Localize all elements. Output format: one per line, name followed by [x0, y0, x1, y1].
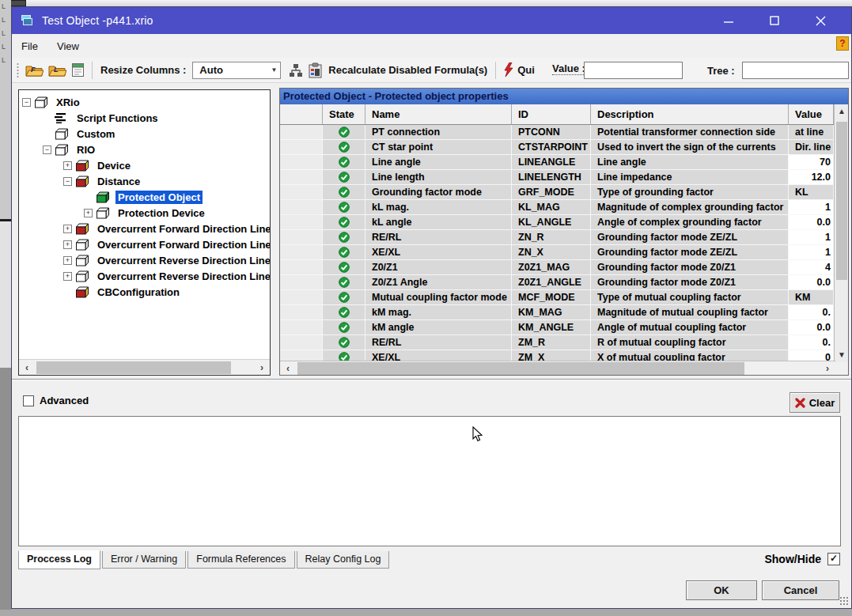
tree-item[interactable]: −Distance: [19, 173, 270, 189]
scroll-right-icon[interactable]: ›: [820, 361, 835, 376]
scroll-down-icon[interactable]: ▼: [835, 348, 849, 362]
tree-expander-plus-icon[interactable]: +: [63, 225, 72, 233]
table-row[interactable]: XE/XLZN_XGrounding factor mode ZE/ZL1: [280, 245, 834, 260]
tree-expander-minus-icon[interactable]: −: [63, 177, 72, 186]
tree-item[interactable]: +Overcurrent Forward Direction Line-Ne: [19, 221, 270, 236]
column-header-state[interactable]: State: [323, 104, 365, 124]
scroll-right-icon[interactable]: ›: [254, 360, 270, 376]
tree-expander-minus-icon[interactable]: −: [43, 145, 51, 154]
param-value-cell[interactable]: 12.0: [789, 170, 834, 184]
close-button[interactable]: [797, 7, 843, 34]
table-row[interactable]: Line lengthLINELENGTHLine impedance12.0: [280, 170, 834, 185]
resize-columns-dropdown[interactable]: Auto ▼: [192, 62, 281, 79]
tree-item[interactable]: +Overcurrent Reverse Direction Line-Li: [19, 268, 270, 284]
table-row[interactable]: Z0/Z1 AngleZ0Z1_ANGLEGrounding factor mo…: [280, 275, 834, 290]
tree-item[interactable]: +Overcurrent Forward Direction Line-Lir: [19, 236, 270, 252]
tree-expander-plus-icon[interactable]: +: [84, 209, 93, 217]
tree-structure-button[interactable]: [289, 63, 303, 77]
table-row[interactable]: kM mag.KM_MAGMagnitude of mutual couplin…: [280, 305, 834, 320]
table-horizontal-scrollbar[interactable]: ‹ ›: [280, 361, 835, 375]
param-value-cell[interactable]: KL: [789, 185, 834, 199]
open-log-file-button[interactable]: L: [48, 63, 66, 77]
param-value-cell[interactable]: 0.0: [789, 320, 834, 334]
cancel-button[interactable]: Cancel: [762, 580, 839, 600]
table-vscroll-thumb[interactable]: [836, 122, 847, 280]
param-value-cell[interactable]: 4: [789, 260, 834, 274]
value-input[interactable]: [584, 62, 683, 79]
tree-expander-plus-icon[interactable]: +: [63, 240, 72, 249]
ok-button[interactable]: OK: [686, 580, 757, 600]
column-header-id[interactable]: ID: [512, 104, 591, 124]
tab-error-warning[interactable]: Error / Warning: [102, 551, 186, 569]
tree-item[interactable]: Custom: [19, 126, 270, 142]
clipboard-button[interactable]: [308, 62, 323, 78]
report-button[interactable]: [71, 62, 85, 77]
table-row[interactable]: kM angleKM_ANGLEAngle of mutual coupling…: [280, 320, 834, 335]
tree-expander-minus-icon[interactable]: −: [22, 98, 31, 107]
lightning-icon[interactable]: [503, 62, 513, 77]
table-row[interactable]: kL mag.KL_MAGMagnitude of complex ground…: [280, 200, 834, 215]
clear-button[interactable]: Clear: [790, 392, 840, 413]
table-row[interactable]: CT star pointCTSTARPOINTUsed to invert t…: [280, 140, 834, 155]
quick-label[interactable]: Qui: [517, 64, 535, 76]
tree-expander-plus-icon[interactable]: +: [63, 272, 72, 281]
menu-item-file[interactable]: File: [12, 37, 47, 55]
tree-item[interactable]: CBConfiguration: [19, 284, 270, 300]
param-value-cell[interactable]: KM: [789, 290, 834, 304]
scroll-up-icon[interactable]: ▲: [835, 104, 849, 119]
tree-expander-plus-icon[interactable]: +: [63, 161, 72, 170]
advanced-checkbox[interactable]: [23, 395, 34, 406]
table-vertical-scrollbar[interactable]: ▲ ▼: [834, 104, 848, 362]
maximize-button[interactable]: [752, 7, 797, 34]
tree-horizontal-scrollbar[interactable]: ‹ ›: [19, 359, 270, 375]
scroll-left-icon[interactable]: ‹: [280, 361, 296, 376]
table-row[interactable]: Grounding factor modeGRF_MODEType of gro…: [280, 185, 834, 200]
tree-item[interactable]: Protected Object: [19, 189, 270, 205]
show-hide-option[interactable]: Show/Hide ✓: [764, 553, 840, 565]
tree-item[interactable]: Script Functions: [19, 110, 270, 126]
column-header-description[interactable]: Description: [591, 104, 789, 124]
tab-relay-config-log[interactable]: Relay Config Log: [297, 551, 390, 569]
param-value-cell[interactable]: 70: [789, 155, 834, 169]
tree-item[interactable]: −XRio: [19, 94, 270, 110]
tree-scroll-thumb[interactable]: [36, 361, 231, 374]
param-value-cell[interactable]: 0.: [789, 335, 834, 350]
tab-proccess-log[interactable]: Proccess Log: [18, 550, 100, 569]
scroll-left-icon[interactable]: ‹: [19, 360, 35, 376]
param-value-cell[interactable]: 0.: [789, 305, 834, 319]
title-bar[interactable]: Test Object -p441.xrio: [12, 7, 851, 34]
tree-input[interactable]: [742, 62, 849, 79]
tree-expander-plus-icon[interactable]: +: [63, 256, 72, 265]
param-value-cell[interactable]: 1: [789, 230, 834, 244]
toolbar-grip[interactable]: [17, 62, 19, 78]
resize-grip[interactable]: [839, 596, 849, 606]
tree-item[interactable]: −RIO: [19, 142, 270, 157]
column-header-name[interactable]: Name: [365, 104, 512, 124]
open-formula-file-button[interactable]: F: [25, 63, 44, 77]
table-row[interactable]: RE/RLZM_RR of mutual coupling factor0.: [280, 335, 834, 350]
param-value-cell[interactable]: 0.0: [789, 215, 834, 229]
recalculate-label[interactable]: Recalculate Disabled Formula(s): [328, 64, 487, 76]
table-row[interactable]: Line angleLINEANGLELine angle70: [280, 155, 834, 170]
table-row[interactable]: kL angleKL_ANGLEAngle of complex groundi…: [280, 215, 834, 230]
param-value-cell[interactable]: 1: [789, 245, 834, 259]
param-value-cell[interactable]: at line: [789, 125, 834, 139]
tree-item[interactable]: +Protection Device: [19, 205, 270, 221]
column-header-value[interactable]: Value: [789, 104, 834, 124]
tree-item[interactable]: +Device: [19, 157, 270, 173]
table-hscroll-thumb[interactable]: [297, 362, 744, 375]
menu-item-view[interactable]: View: [47, 37, 89, 55]
tree-item[interactable]: +Overcurrent Reverse Direction Line-N: [19, 252, 270, 268]
advanced-option[interactable]: Advanced: [23, 395, 89, 406]
tab-formula-references[interactable]: Formula References: [187, 551, 294, 569]
table-row[interactable]: Z0/Z1Z0Z1_MAGGrounding factor mode Z0/Z1…: [280, 260, 834, 275]
help-button[interactable]: ?: [836, 36, 849, 51]
column-header-blank[interactable]: [280, 104, 323, 124]
process-log-area[interactable]: [18, 416, 841, 546]
param-value-cell[interactable]: Dir. line: [789, 140, 834, 154]
param-value-cell[interactable]: 0.0: [789, 275, 834, 289]
minimize-button[interactable]: [706, 7, 752, 34]
table-row[interactable]: Mutual coupling factor modeMCF_MODEType …: [280, 290, 834, 305]
show-hide-checkbox[interactable]: ✓: [827, 553, 840, 565]
table-row[interactable]: PT connectionPTCONNPotential transformer…: [280, 125, 834, 140]
